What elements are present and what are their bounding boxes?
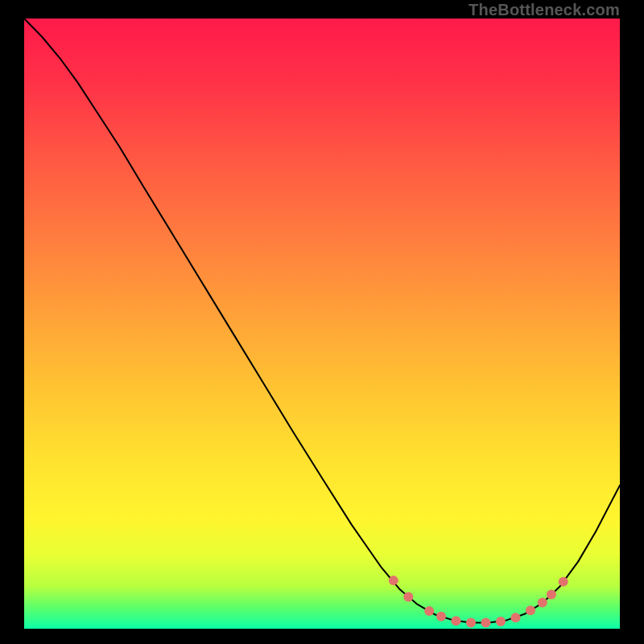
dot-marker <box>389 576 398 585</box>
dot-marker <box>452 616 461 625</box>
dot-marker <box>559 577 568 587</box>
chart-svg <box>24 19 620 629</box>
dot-marker <box>526 605 535 615</box>
watermark-text: TheBottleneck.com <box>469 1 620 19</box>
dot-marker <box>424 606 434 616</box>
dot-marker <box>538 597 547 607</box>
chart-frame <box>24 19 620 629</box>
dot-marker <box>496 617 506 626</box>
dot-marker <box>403 592 413 602</box>
dot-marker <box>436 612 446 621</box>
dot-marker <box>466 617 476 627</box>
gradient-background <box>24 19 620 629</box>
dot-marker <box>547 590 556 600</box>
dot-marker <box>511 613 521 622</box>
dot-marker <box>481 617 491 627</box>
